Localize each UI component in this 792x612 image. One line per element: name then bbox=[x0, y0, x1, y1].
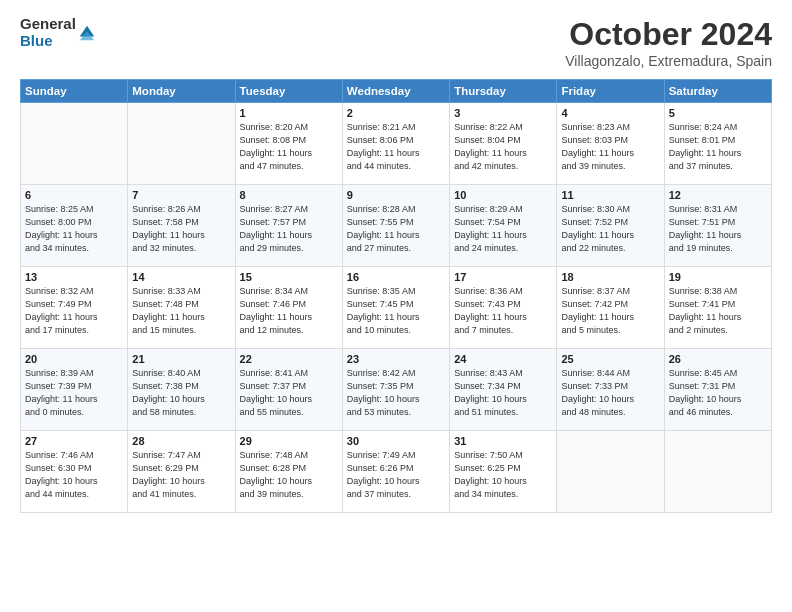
day-info: Sunrise: 8:23 AM Sunset: 8:03 PM Dayligh… bbox=[561, 121, 659, 173]
day-info: Sunrise: 8:40 AM Sunset: 7:38 PM Dayligh… bbox=[132, 367, 230, 419]
day-cell: 28Sunrise: 7:47 AM Sunset: 6:29 PM Dayli… bbox=[128, 431, 235, 513]
logo-text: General Blue bbox=[20, 16, 76, 49]
day-cell: 22Sunrise: 8:41 AM Sunset: 7:37 PM Dayli… bbox=[235, 349, 342, 431]
day-number: 3 bbox=[454, 107, 552, 119]
day-cell: 3Sunrise: 8:22 AM Sunset: 8:04 PM Daylig… bbox=[450, 103, 557, 185]
header: General Blue October 2024 Villagonzalo, … bbox=[20, 16, 772, 69]
day-info: Sunrise: 8:32 AM Sunset: 7:49 PM Dayligh… bbox=[25, 285, 123, 337]
day-cell: 2Sunrise: 8:21 AM Sunset: 8:06 PM Daylig… bbox=[342, 103, 449, 185]
day-info: Sunrise: 8:42 AM Sunset: 7:35 PM Dayligh… bbox=[347, 367, 445, 419]
day-cell: 29Sunrise: 7:48 AM Sunset: 6:28 PM Dayli… bbox=[235, 431, 342, 513]
day-info: Sunrise: 8:21 AM Sunset: 8:06 PM Dayligh… bbox=[347, 121, 445, 173]
day-info: Sunrise: 8:24 AM Sunset: 8:01 PM Dayligh… bbox=[669, 121, 767, 173]
col-header-saturday: Saturday bbox=[664, 80, 771, 103]
day-info: Sunrise: 7:50 AM Sunset: 6:25 PM Dayligh… bbox=[454, 449, 552, 501]
day-cell: 5Sunrise: 8:24 AM Sunset: 8:01 PM Daylig… bbox=[664, 103, 771, 185]
day-cell: 30Sunrise: 7:49 AM Sunset: 6:26 PM Dayli… bbox=[342, 431, 449, 513]
col-header-friday: Friday bbox=[557, 80, 664, 103]
week-row-5: 27Sunrise: 7:46 AM Sunset: 6:30 PM Dayli… bbox=[21, 431, 772, 513]
day-cell: 8Sunrise: 8:27 AM Sunset: 7:57 PM Daylig… bbox=[235, 185, 342, 267]
day-info: Sunrise: 7:46 AM Sunset: 6:30 PM Dayligh… bbox=[25, 449, 123, 501]
day-cell: 7Sunrise: 8:26 AM Sunset: 7:58 PM Daylig… bbox=[128, 185, 235, 267]
day-number: 15 bbox=[240, 271, 338, 283]
day-number: 17 bbox=[454, 271, 552, 283]
day-info: Sunrise: 8:31 AM Sunset: 7:51 PM Dayligh… bbox=[669, 203, 767, 255]
day-info: Sunrise: 8:43 AM Sunset: 7:34 PM Dayligh… bbox=[454, 367, 552, 419]
day-number: 27 bbox=[25, 435, 123, 447]
day-number: 18 bbox=[561, 271, 659, 283]
day-cell: 1Sunrise: 8:20 AM Sunset: 8:08 PM Daylig… bbox=[235, 103, 342, 185]
day-info: Sunrise: 8:45 AM Sunset: 7:31 PM Dayligh… bbox=[669, 367, 767, 419]
day-cell bbox=[664, 431, 771, 513]
day-number: 21 bbox=[132, 353, 230, 365]
day-info: Sunrise: 8:20 AM Sunset: 8:08 PM Dayligh… bbox=[240, 121, 338, 173]
title-block: October 2024 Villagonzalo, Extremadura, … bbox=[565, 16, 772, 69]
week-row-3: 13Sunrise: 8:32 AM Sunset: 7:49 PM Dayli… bbox=[21, 267, 772, 349]
week-row-4: 20Sunrise: 8:39 AM Sunset: 7:39 PM Dayli… bbox=[21, 349, 772, 431]
day-number: 7 bbox=[132, 189, 230, 201]
day-info: Sunrise: 8:22 AM Sunset: 8:04 PM Dayligh… bbox=[454, 121, 552, 173]
day-info: Sunrise: 8:39 AM Sunset: 7:39 PM Dayligh… bbox=[25, 367, 123, 419]
day-cell: 23Sunrise: 8:42 AM Sunset: 7:35 PM Dayli… bbox=[342, 349, 449, 431]
day-cell: 11Sunrise: 8:30 AM Sunset: 7:52 PM Dayli… bbox=[557, 185, 664, 267]
day-info: Sunrise: 8:30 AM Sunset: 7:52 PM Dayligh… bbox=[561, 203, 659, 255]
day-number: 25 bbox=[561, 353, 659, 365]
day-number: 2 bbox=[347, 107, 445, 119]
location: Villagonzalo, Extremadura, Spain bbox=[565, 53, 772, 69]
day-info: Sunrise: 8:25 AM Sunset: 8:00 PM Dayligh… bbox=[25, 203, 123, 255]
day-number: 22 bbox=[240, 353, 338, 365]
day-number: 29 bbox=[240, 435, 338, 447]
month-title: October 2024 bbox=[565, 16, 772, 53]
day-info: Sunrise: 8:44 AM Sunset: 7:33 PM Dayligh… bbox=[561, 367, 659, 419]
header-row: SundayMondayTuesdayWednesdayThursdayFrid… bbox=[21, 80, 772, 103]
calendar-table: SundayMondayTuesdayWednesdayThursdayFrid… bbox=[20, 79, 772, 513]
day-number: 19 bbox=[669, 271, 767, 283]
day-number: 13 bbox=[25, 271, 123, 283]
day-number: 30 bbox=[347, 435, 445, 447]
day-cell: 26Sunrise: 8:45 AM Sunset: 7:31 PM Dayli… bbox=[664, 349, 771, 431]
week-row-2: 6Sunrise: 8:25 AM Sunset: 8:00 PM Daylig… bbox=[21, 185, 772, 267]
day-cell: 6Sunrise: 8:25 AM Sunset: 8:00 PM Daylig… bbox=[21, 185, 128, 267]
day-info: Sunrise: 8:38 AM Sunset: 7:41 PM Dayligh… bbox=[669, 285, 767, 337]
day-number: 10 bbox=[454, 189, 552, 201]
day-number: 24 bbox=[454, 353, 552, 365]
day-cell: 4Sunrise: 8:23 AM Sunset: 8:03 PM Daylig… bbox=[557, 103, 664, 185]
day-cell: 18Sunrise: 8:37 AM Sunset: 7:42 PM Dayli… bbox=[557, 267, 664, 349]
day-info: Sunrise: 8:33 AM Sunset: 7:48 PM Dayligh… bbox=[132, 285, 230, 337]
day-number: 12 bbox=[669, 189, 767, 201]
col-header-monday: Monday bbox=[128, 80, 235, 103]
day-number: 6 bbox=[25, 189, 123, 201]
day-cell: 12Sunrise: 8:31 AM Sunset: 7:51 PM Dayli… bbox=[664, 185, 771, 267]
day-number: 14 bbox=[132, 271, 230, 283]
day-info: Sunrise: 7:47 AM Sunset: 6:29 PM Dayligh… bbox=[132, 449, 230, 501]
col-header-tuesday: Tuesday bbox=[235, 80, 342, 103]
day-info: Sunrise: 7:48 AM Sunset: 6:28 PM Dayligh… bbox=[240, 449, 338, 501]
day-number: 4 bbox=[561, 107, 659, 119]
day-cell: 10Sunrise: 8:29 AM Sunset: 7:54 PM Dayli… bbox=[450, 185, 557, 267]
day-number: 31 bbox=[454, 435, 552, 447]
page: General Blue October 2024 Villagonzalo, … bbox=[0, 0, 792, 612]
day-cell: 9Sunrise: 8:28 AM Sunset: 7:55 PM Daylig… bbox=[342, 185, 449, 267]
week-row-1: 1Sunrise: 8:20 AM Sunset: 8:08 PM Daylig… bbox=[21, 103, 772, 185]
day-number: 11 bbox=[561, 189, 659, 201]
day-cell: 24Sunrise: 8:43 AM Sunset: 7:34 PM Dayli… bbox=[450, 349, 557, 431]
day-number: 23 bbox=[347, 353, 445, 365]
day-cell: 25Sunrise: 8:44 AM Sunset: 7:33 PM Dayli… bbox=[557, 349, 664, 431]
day-cell: 31Sunrise: 7:50 AM Sunset: 6:25 PM Dayli… bbox=[450, 431, 557, 513]
day-number: 9 bbox=[347, 189, 445, 201]
day-cell: 27Sunrise: 7:46 AM Sunset: 6:30 PM Dayli… bbox=[21, 431, 128, 513]
day-info: Sunrise: 8:37 AM Sunset: 7:42 PM Dayligh… bbox=[561, 285, 659, 337]
logo-icon bbox=[78, 24, 96, 42]
logo: General Blue bbox=[20, 16, 96, 49]
day-cell: 14Sunrise: 8:33 AM Sunset: 7:48 PM Dayli… bbox=[128, 267, 235, 349]
day-number: 8 bbox=[240, 189, 338, 201]
day-number: 28 bbox=[132, 435, 230, 447]
day-number: 20 bbox=[25, 353, 123, 365]
day-info: Sunrise: 8:36 AM Sunset: 7:43 PM Dayligh… bbox=[454, 285, 552, 337]
day-info: Sunrise: 8:27 AM Sunset: 7:57 PM Dayligh… bbox=[240, 203, 338, 255]
col-header-sunday: Sunday bbox=[21, 80, 128, 103]
day-cell bbox=[557, 431, 664, 513]
day-info: Sunrise: 8:41 AM Sunset: 7:37 PM Dayligh… bbox=[240, 367, 338, 419]
day-cell: 20Sunrise: 8:39 AM Sunset: 7:39 PM Dayli… bbox=[21, 349, 128, 431]
day-cell: 15Sunrise: 8:34 AM Sunset: 7:46 PM Dayli… bbox=[235, 267, 342, 349]
